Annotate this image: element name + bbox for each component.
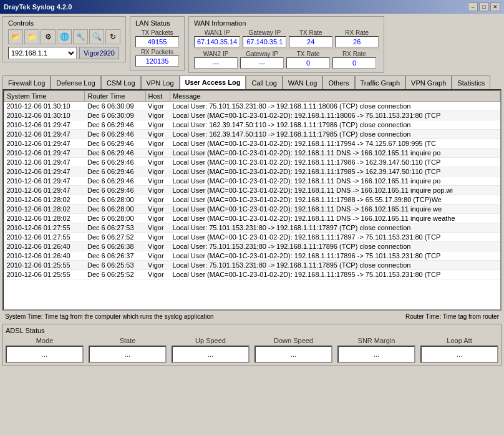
adsl-field-state: State... <box>89 337 167 363</box>
adsl-value: ... <box>89 346 167 363</box>
adsl-label: Loop Att <box>447 337 472 344</box>
tab-statistics[interactable]: Statistics <box>452 75 490 89</box>
search-icon[interactable]: 🔍 <box>89 29 104 44</box>
tab-wanlog[interactable]: WAN Log <box>283 75 323 89</box>
window-controls: – □ ✕ <box>468 2 500 11</box>
cell-13-1: Dec 6 06:27:53 <box>85 223 145 233</box>
adsl-label: State <box>120 337 136 344</box>
cell-10-2: Vigor <box>145 195 170 205</box>
refresh-icon[interactable]: ↻ <box>105 29 120 44</box>
title-bar: DrayTek Syslog 4.2.0 – □ ✕ <box>0 0 504 14</box>
cell-4-3: Local User (MAC=00-1C-23-01-02-2D): 192.… <box>170 139 500 148</box>
tab-csm[interactable]: CSM Log <box>101 75 141 89</box>
table-row: 2010-12-06 01:29:47Dec 6 06:29:46VigorLo… <box>4 186 500 195</box>
tab-useraccess[interactable]: User Access Log <box>180 75 246 89</box>
cell-18-0: 2010-12-06 01:25:55 <box>4 270 85 279</box>
cell-10-0: 2010-12-06 01:28:02 <box>4 195 85 205</box>
ip-select[interactable]: 192.168.1.1 <box>8 47 77 59</box>
tab-vpngraph[interactable]: VPN Graph <box>405 75 452 89</box>
close-button[interactable]: ✕ <box>490 2 500 11</box>
cell-14-3: Local User (MAC=00-1C-23-01-02-2D): 192.… <box>170 233 500 242</box>
wan1-ip-value: 67.140.35.14 <box>194 36 240 47</box>
cell-17-1: Dec 6 06:25:53 <box>85 261 145 270</box>
adsl-field-up-speed: Up Speed... <box>172 337 250 363</box>
col-host: Host <box>145 91 170 102</box>
cell-4-2: Vigor <box>145 139 170 148</box>
wan2-tx-label: TX Rate <box>297 51 320 57</box>
tab-defense[interactable]: Defense Log <box>51 75 100 89</box>
adsl-field-snr-margin: SNR Margin... <box>337 337 415 363</box>
cell-1-3: Local User (MAC=00-1C-23-01-02-2D): 192.… <box>170 111 500 120</box>
lan-status-group: LAN Status TX Packets 49155 RX Packets 1… <box>130 16 185 71</box>
cell-2-2: Vigor <box>145 120 170 130</box>
adsl-label: SNR Margin <box>358 337 395 344</box>
cell-5-3: Local User (MAC=00-1C-23-01-02-2D): 192.… <box>170 148 500 158</box>
tab-traffic[interactable]: Traffic Graph <box>355 75 406 89</box>
tab-firewall[interactable]: Firewall Log <box>2 75 51 89</box>
wan1-tx-label: TX Rate <box>299 29 322 36</box>
cell-10-1: Dec 6 06:28:00 <box>85 195 145 205</box>
cell-7-0: 2010-12-06 01:29:47 <box>4 167 85 177</box>
adsl-label: Up Speed <box>195 337 226 344</box>
cell-8-0: 2010-12-06 01:29:47 <box>4 177 85 186</box>
adsl-value: ... <box>337 346 415 363</box>
cell-11-1: Dec 6 06:28:00 <box>85 205 145 214</box>
open-icon[interactable]: 📂 <box>8 29 23 44</box>
cell-7-3: Local User (MAC=00-1C-23-01-02-2D): 192.… <box>170 167 500 177</box>
log-scroll[interactable]: System TimeRouter TimeHostMessage 2010-1… <box>4 90 500 303</box>
minimize-button[interactable]: – <box>468 2 478 11</box>
cell-1-1: Dec 6 06:30:09 <box>85 111 145 120</box>
wan1-gw-cell: Gateway IP 67.140.35.1 <box>243 29 286 47</box>
cell-12-2: Vigor <box>145 214 170 223</box>
cell-3-0: 2010-12-06 01:29:47 <box>4 130 85 139</box>
settings-icon[interactable]: ⚙ <box>41 29 56 44</box>
tab-others[interactable]: Others <box>322 75 354 89</box>
wan1-ip-cell: WAN1 IP 67.140.35.14 <box>194 29 240 47</box>
cell-11-3: Local User (MAC=00-1C-23-01-02-2D): 192.… <box>170 205 500 214</box>
cell-16-1: Dec 6 06:26:37 <box>85 251 145 261</box>
cell-8-1: Dec 6 06:29:46 <box>85 177 145 186</box>
wan-info-group: WAN Information WAN1 IP 67.140.35.14 Gat… <box>188 16 384 73</box>
wan1-gw-label: Gateway IP <box>248 29 281 36</box>
cell-11-2: Vigor <box>145 205 170 214</box>
tab-calllog[interactable]: Call Log <box>246 75 282 89</box>
wan1-ip-label: WAN1 IP <box>205 29 230 36</box>
cell-7-2: Vigor <box>145 167 170 177</box>
globe-icon[interactable]: 🌐 <box>57 29 72 44</box>
adsl-label: Down Speed <box>274 337 313 344</box>
wrench-icon[interactable]: 🔧 <box>73 29 88 44</box>
adsl-field-loop-att: Loop Att... <box>420 337 498 363</box>
wan2-gw-cell: Gateway IP --- <box>240 51 284 69</box>
table-row: 2010-12-06 01:25:55Dec 6 06:25:52VigorLo… <box>4 270 500 279</box>
wan1-rx-value: 26 <box>335 36 379 47</box>
cell-9-0: 2010-12-06 01:29:47 <box>4 186 85 195</box>
table-row: 2010-12-06 01:27:55Dec 6 06:27:52VigorLo… <box>4 233 500 242</box>
cell-1-2: Vigor <box>145 111 170 120</box>
wan1-rx-label: RX Rate <box>345 29 369 36</box>
cell-17-3: Local User: 75.101.153.231:80 -> 192.168… <box>170 261 500 270</box>
main-content: Controls 📂 📁 ⚙ 🌐 🔧 🔍 ↻ 192.168.1.1 Vigor… <box>0 14 504 436</box>
maximize-button[interactable]: □ <box>479 2 489 11</box>
wan2-ip-label: WAN2 IP <box>203 51 229 57</box>
cell-12-1: Dec 6 06:28:00 <box>85 214 145 223</box>
table-row: 2010-12-06 01:29:47Dec 6 06:29:46VigorLo… <box>4 158 500 167</box>
cell-14-2: Vigor <box>145 233 170 242</box>
cell-18-3: Local User (MAC=00-1C-23-01-02-2D): 192.… <box>170 270 500 279</box>
cell-13-2: Vigor <box>145 223 170 233</box>
table-row: 2010-12-06 01:29:47Dec 6 06:29:46VigorLo… <box>4 167 500 177</box>
lan-rx-cell: RX Packets 120135 <box>135 49 179 67</box>
table-row: 2010-12-06 01:30:10Dec 6 06:30:09VigorLo… <box>4 111 500 120</box>
table-row: 2010-12-06 01:29:47Dec 6 06:29:46VigorLo… <box>4 139 500 148</box>
cell-13-0: 2010-12-06 01:27:55 <box>4 223 85 233</box>
lan-rx-label: RX Packets <box>141 49 173 56</box>
adsl-section: ADSL Status Mode...State...Up Speed...Do… <box>2 324 502 366</box>
wan2-gw-label: Gateway IP <box>246 51 278 57</box>
adsl-label: Mode <box>36 337 54 344</box>
cell-12-3: Local User (MAC=00-1C-23-01-02-2D): 192.… <box>170 214 500 223</box>
tab-vpn[interactable]: VPN Log <box>141 75 180 89</box>
folder-icon[interactable]: 📁 <box>24 29 39 44</box>
cell-11-0: 2010-12-06 01:28:02 <box>4 205 85 214</box>
wan2-tx-cell: TX Rate 0 <box>286 51 330 69</box>
wan2-gw-value: --- <box>240 57 284 69</box>
cell-16-0: 2010-12-06 01:26:40 <box>4 251 85 261</box>
